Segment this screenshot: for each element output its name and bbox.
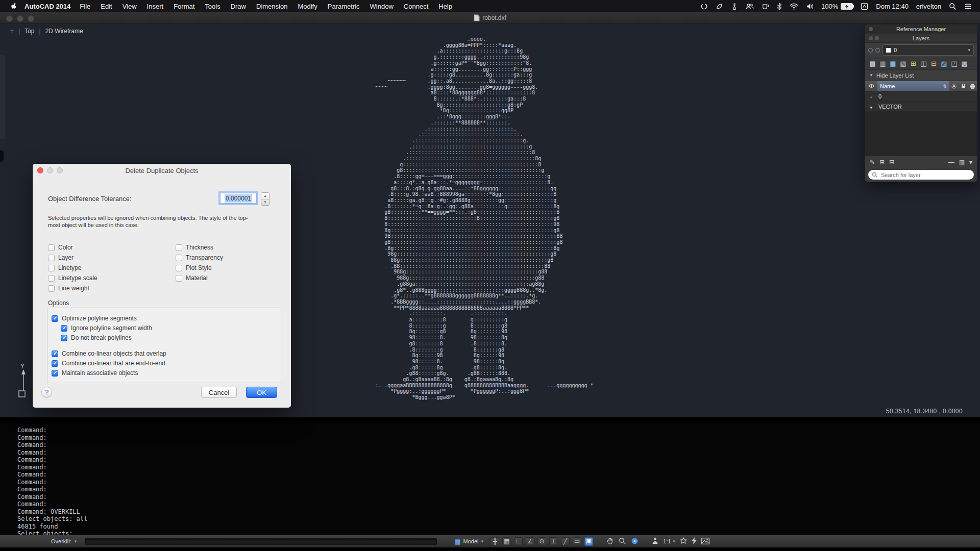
zoom-icon[interactable]	[619, 537, 626, 546]
checkbox-unchecked[interactable]	[48, 275, 55, 282]
checkbox-checked[interactable]	[61, 325, 67, 332]
menu-item[interactable]: Draw	[226, 3, 251, 10]
freeze-column-icon[interactable]	[949, 81, 959, 91]
image-icon[interactable]	[701, 538, 709, 545]
delete-layer-icon[interactable]: ⊟	[930, 60, 938, 67]
property-checkbox-row[interactable]: Layer	[48, 254, 176, 261]
zoom-window-icon[interactable]	[28, 15, 34, 22]
sync-icon[interactable]	[700, 3, 708, 10]
checkbox-unchecked[interactable]	[48, 265, 55, 271]
menu-user[interactable]: erivelton	[916, 3, 941, 10]
new-group-filter-icon[interactable]: ▦	[889, 60, 897, 67]
layer-filter-icon[interactable]: ▤	[869, 60, 876, 67]
viewport-view-button[interactable]: Top	[24, 28, 34, 35]
battery-indicator[interactable]: 100%	[821, 3, 853, 10]
remove-folder-icon[interactable]: ⊟	[889, 159, 894, 166]
command-input-strip[interactable]	[85, 538, 437, 545]
property-checkbox-row[interactable]: Line weight	[48, 285, 176, 292]
checkbox-unchecked[interactable]	[176, 244, 182, 251]
property-checkbox-row[interactable]: Thickness	[176, 244, 223, 251]
layer-search-field[interactable]	[868, 170, 974, 180]
0[interactable]: 0	[865, 91, 977, 102]
menu-clock[interactable]: Dom 12:40	[876, 3, 909, 10]
menu-item[interactable]: Window	[365, 3, 399, 10]
property-checkbox-row[interactable]: Linetype scale	[48, 274, 176, 282]
sort-icon[interactable]: ⇅	[943, 84, 947, 89]
VECTOR[interactable]: VECTOR	[865, 102, 977, 112]
property-checkbox-row[interactable]: Plot Style	[176, 264, 223, 271]
menu-item[interactable]: Modify	[292, 3, 322, 10]
palette-close-icon[interactable]	[869, 27, 873, 31]
menu-item[interactable]: Format	[168, 3, 200, 10]
lineweight-icon[interactable]: ▣	[584, 537, 593, 546]
annotation-scale-control[interactable]: 1:1 ▾	[663, 538, 675, 544]
annotation-visibility-icon[interactable]	[680, 537, 687, 545]
menu-item[interactable]: File	[75, 3, 95, 10]
annotation-person-icon[interactable]	[652, 537, 658, 545]
model-space-control[interactable]: ▦ Model ▾	[454, 538, 483, 545]
dialog-titlebar[interactable]: Delete Duplicate Objects	[33, 164, 291, 177]
palette-dot-icon[interactable]	[869, 36, 873, 40]
users-icon[interactable]	[746, 3, 754, 10]
input-menu-icon[interactable]	[861, 3, 868, 10]
print-column-icon[interactable]	[968, 81, 977, 91]
snap-mode-icon[interactable]: ╋	[491, 537, 499, 546]
polar-tracking-icon[interactable]: ∠	[526, 537, 534, 546]
checkbox-unchecked[interactable]	[176, 255, 182, 261]
volume-icon[interactable]	[806, 3, 814, 10]
apple-menu-icon[interactable]	[10, 2, 17, 10]
help-button[interactable]: ?	[41, 387, 52, 397]
wifi-icon[interactable]	[790, 3, 798, 10]
chevron-down-icon[interactable]: ▾	[481, 539, 484, 544]
ortho-mode-icon[interactable]: ∟	[514, 537, 523, 546]
chevron-down-icon[interactable]: ▾	[75, 539, 77, 544]
menu-item[interactable]: View	[117, 3, 142, 10]
visibility-column-icon[interactable]	[865, 81, 877, 91]
set-current-icon[interactable]: ▨	[940, 60, 948, 67]
checkbox-checked[interactable]	[52, 360, 58, 367]
stepper-down-icon[interactable]: ▼	[261, 199, 269, 206]
dynamic-input-icon[interactable]: ▭	[573, 537, 581, 546]
autoscale-lightning-icon[interactable]	[692, 537, 697, 545]
grid-display-icon[interactable]: ▦	[502, 537, 511, 546]
window-titlebar[interactable]: robot.dxf	[0, 12, 980, 24]
left-panel-tab[interactable]	[0, 151, 4, 162]
minimize-window-icon[interactable]	[17, 15, 23, 22]
notification-center-icon[interactable]	[964, 3, 972, 10]
new-vp-frozen-layer-icon[interactable]: ◫	[920, 60, 927, 67]
leaf-icon[interactable]	[716, 3, 723, 10]
property-checkbox-row[interactable]: Color	[48, 244, 176, 251]
checkbox-checked[interactable]	[61, 335, 67, 341]
checkbox-checked[interactable]	[52, 315, 58, 322]
checkbox-unchecked[interactable]	[48, 285, 55, 292]
property-checkbox-row[interactable]: Linetype	[48, 264, 176, 271]
remove-item-icon[interactable]: —	[948, 159, 954, 166]
layers-palette-titlebar[interactable]: Layers	[865, 34, 977, 43]
ok-button[interactable]: OK	[246, 387, 277, 398]
menu-item[interactable]: Insert	[142, 3, 169, 10]
option-checkbox-row[interactable]: Optimize polyline segments	[52, 315, 281, 322]
tolerance-stepper[interactable]: ▲ ▼	[261, 192, 270, 206]
tolerance-input[interactable]: 0,000001	[220, 193, 257, 204]
menu-item[interactable]: Help	[433, 3, 457, 10]
pan-hand-icon[interactable]	[606, 537, 614, 546]
layer-dropdown[interactable]: 0 ▾	[883, 44, 974, 56]
bluetooth-icon[interactable]	[777, 3, 782, 10]
reference-manager-header[interactable]: Reference Manager	[865, 24, 977, 34]
command-line-history[interactable]: Command: Command: Command: Command: Comm…	[0, 423, 980, 541]
menu-item[interactable]: Edit	[95, 3, 117, 10]
layer-settings-icon[interactable]: ▩	[961, 60, 968, 67]
option-checkbox-row[interactable]: Combine co-linear that are end-to-end	[52, 360, 281, 367]
layer-states-icon[interactable]: ▧	[899, 60, 907, 67]
checkbox-checked[interactable]	[52, 350, 58, 357]
property-checkbox-row[interactable]: Transparency	[176, 254, 223, 261]
checkbox-checked[interactable]	[52, 370, 58, 377]
app-menu[interactable]: AutoCAD 2014	[24, 3, 70, 10]
menu-item[interactable]: Parametric	[323, 3, 365, 10]
new-property-filter-icon[interactable]: ▥	[879, 60, 887, 67]
checkbox-unchecked[interactable]	[48, 255, 55, 261]
object-snap-tracking-icon[interactable]: ⊥	[549, 537, 558, 546]
layer-color-swatch[interactable]	[886, 48, 891, 53]
layer-visibility-icon[interactable]	[865, 104, 877, 110]
new-folder-icon[interactable]: ⊞	[879, 159, 885, 166]
